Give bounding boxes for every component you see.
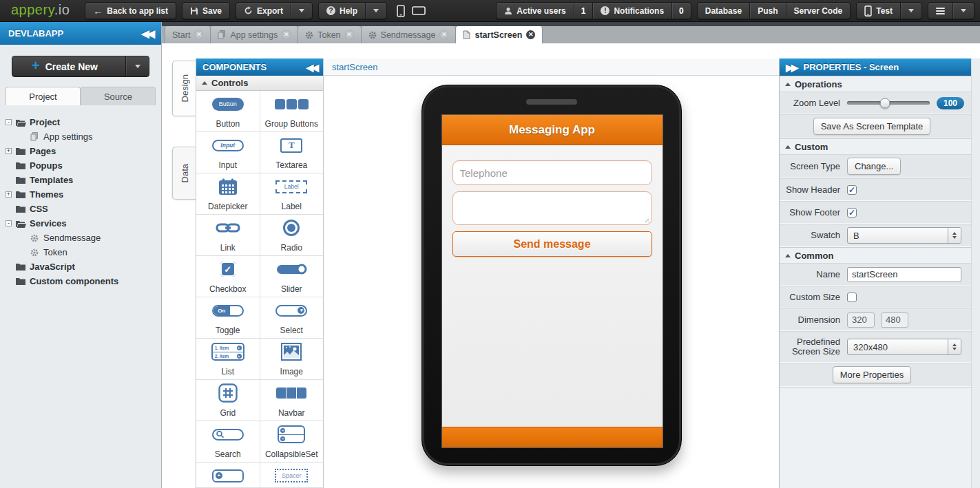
send-message-button[interactable]: Send message — [452, 231, 652, 257]
component-grid[interactable]: Grid — [196, 380, 260, 421]
collapse-node-icon[interactable]: - — [6, 119, 12, 125]
collapse-panel-icon[interactable]: ◀◀ — [306, 62, 317, 73]
tab-project[interactable]: Project — [6, 87, 81, 105]
common-section-header[interactable]: Common — [780, 247, 971, 263]
close-tab-icon[interactable]: ✕ — [345, 30, 354, 39]
component-toggle[interactable]: On Toggle — [196, 297, 260, 338]
close-tab-icon[interactable]: ✕ — [439, 30, 448, 39]
menu-dropdown-button[interactable] — [953, 3, 974, 19]
tab-source[interactable]: Source — [81, 87, 156, 105]
expand-node-icon[interactable]: + — [6, 148, 12, 154]
create-new-button[interactable]: + Create New — [12, 56, 149, 77]
tab-startscreen[interactable]: startScreen ✕ — [456, 26, 543, 43]
custom-section-header[interactable]: Custom — [780, 138, 971, 154]
tree-item-javascript[interactable]: JavaScript — [4, 259, 161, 274]
expand-node-icon[interactable]: + — [6, 191, 12, 198]
operations-section-header[interactable]: Operations — [780, 76, 971, 92]
tree-item-sendmessage[interactable]: Sendmessage — [18, 231, 161, 245]
stepper-icon[interactable] — [948, 339, 961, 354]
database-button[interactable]: Database — [698, 3, 749, 19]
component-select[interactable]: ▾ Select — [260, 297, 324, 338]
test-dropdown-button[interactable] — [901, 3, 921, 19]
tab-data[interactable]: Data — [172, 147, 196, 200]
server-code-button[interactable]: Server Code — [786, 3, 851, 19]
tablet-icon[interactable] — [412, 6, 426, 15]
tree-item-css[interactable]: CSS — [4, 202, 161, 216]
dimension-height-input[interactable]: 480 — [881, 312, 908, 328]
mobile-footer[interactable] — [442, 427, 663, 447]
dimension-width-input[interactable]: 320 — [847, 312, 875, 328]
collapse-node-icon[interactable]: - — [6, 220, 12, 226]
back-to-app-list-button[interactable]: ←Back to app list — [85, 2, 176, 19]
tree-item-templates[interactable]: Templates — [4, 173, 161, 187]
tab-design[interactable]: Design — [172, 61, 196, 116]
phone-icon[interactable] — [397, 5, 405, 17]
component-label[interactable]: Label Label — [260, 173, 324, 214]
test-button[interactable]: Test — [857, 3, 900, 19]
tree-item-custom-components[interactable]: Custom components — [4, 274, 161, 288]
component-input[interactable]: Input Input — [196, 132, 260, 173]
active-users-button[interactable]: Active users — [497, 3, 573, 19]
custom-size-checkbox[interactable] — [847, 293, 857, 302]
predefined-screen-size-select[interactable]: 320x480 — [847, 339, 961, 355]
tab-start[interactable]: Start ✕ — [165, 26, 211, 43]
show-header-checkbox[interactable]: ✓ — [847, 185, 857, 195]
export-dropdown-button[interactable] — [291, 3, 312, 19]
help-dropdown-button[interactable] — [366, 3, 386, 19]
close-tab-icon[interactable]: ✕ — [194, 30, 203, 39]
collapse-sidebar-icon[interactable]: ◀◀ — [141, 28, 153, 40]
component-slider[interactable]: Slider — [260, 256, 324, 297]
help-button[interactable]: ?Help — [319, 3, 365, 19]
notifications-button[interactable]: !Notifications — [593, 3, 671, 19]
tree-item-services[interactable]: - Services — [4, 216, 161, 231]
component-collapsibleset[interactable]: + + CollapsibleSet — [260, 421, 324, 462]
swatch-select[interactable]: B — [847, 227, 961, 244]
component-checkbox[interactable]: ✓ Checkbox — [196, 256, 260, 297]
component-textarea[interactable]: T Textarea — [260, 132, 324, 173]
component-button[interactable]: Button Button — [196, 91, 260, 131]
message-textarea[interactable] — [452, 191, 652, 225]
tree-item-popups[interactable]: Popups — [4, 158, 161, 173]
save-as-screen-template-button[interactable]: Save As Screen Template — [813, 118, 931, 135]
expand-panel-icon[interactable]: ▶▶ — [786, 62, 797, 73]
tab-app-settings[interactable]: App settings ✕ — [211, 26, 298, 43]
component-datepicker[interactable]: Datepicker — [196, 173, 260, 214]
component-list[interactable]: 1. Item▸ 2. Item▸ List — [196, 339, 260, 379]
tab-sendmessage[interactable]: Sendmessage ✕ — [362, 26, 457, 43]
save-button[interactable]: Save — [182, 2, 230, 19]
close-tab-icon[interactable]: ✕ — [526, 30, 535, 39]
phone-screen[interactable]: Messaging App Telephone Send message — [441, 114, 663, 448]
component-radio[interactable]: Radio — [260, 215, 324, 255]
tree-item-token[interactable]: Token — [18, 245, 161, 259]
mobile-header[interactable]: Messaging App — [442, 115, 663, 145]
tree-item-project[interactable]: - Project — [4, 115, 161, 129]
export-button[interactable]: Export — [236, 3, 291, 19]
stepper-icon[interactable] — [948, 228, 961, 243]
zoom-slider[interactable] — [847, 101, 930, 105]
more-properties-button[interactable]: More Properties — [833, 366, 911, 383]
tab-token[interactable]: Token ✕ — [298, 26, 361, 43]
main-menu-button[interactable] — [928, 3, 952, 19]
name-input[interactable]: startScreen — [847, 267, 961, 282]
component-image[interactable]: Image — [260, 339, 324, 379]
tree-item-pages[interactable]: + Pages — [4, 144, 161, 158]
show-footer-checkbox[interactable]: ✓ — [847, 208, 857, 218]
breadcrumb[interactable]: startScreen — [324, 59, 779, 76]
component-search[interactable]: Search — [196, 421, 260, 462]
component-group-buttons[interactable]: Group Buttons — [260, 91, 324, 131]
tree-item-app-settings[interactable]: App settings — [18, 129, 161, 144]
zoom-slider-thumb[interactable] — [880, 98, 890, 108]
controls-section-header[interactable]: Controls — [196, 76, 323, 91]
create-new-dropdown-button[interactable] — [125, 56, 149, 76]
resize-handle-icon[interactable] — [643, 216, 649, 222]
push-button[interactable]: Push — [750, 3, 785, 19]
close-tab-icon[interactable]: ✕ — [282, 30, 291, 39]
component-collapsible[interactable]: + — [196, 463, 260, 488]
scroll-gutter[interactable] — [971, 59, 980, 488]
component-navbar[interactable]: Navbar — [260, 380, 324, 421]
telephone-input[interactable]: Telephone — [452, 160, 652, 185]
component-spacer[interactable]: Spacer — [260, 463, 324, 488]
component-link[interactable]: Link — [196, 215, 260, 255]
change-screen-type-button[interactable]: Change... — [847, 158, 901, 175]
tree-item-themes[interactable]: + Themes — [4, 187, 161, 202]
